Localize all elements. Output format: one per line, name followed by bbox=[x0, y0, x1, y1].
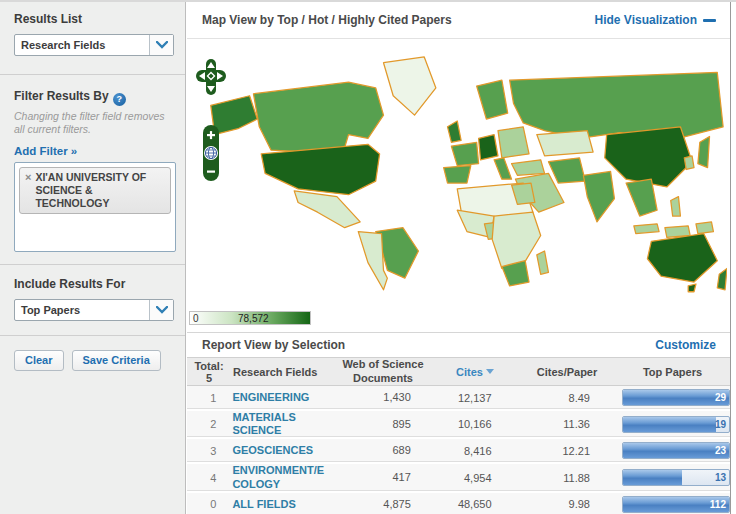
main-panel: Map View by Top / Hot / Highly Cited Pap… bbox=[187, 2, 731, 514]
sort-desc-icon bbox=[486, 369, 494, 374]
zoom-out-icon bbox=[207, 171, 215, 173]
sidebar: Results List Research Fields Filter Resu… bbox=[0, 2, 186, 514]
top-papers-value: 112 bbox=[710, 499, 726, 510]
row-rank: 1 bbox=[187, 392, 230, 404]
field-link[interactable]: MATERIALS SCIENCE bbox=[232, 411, 295, 436]
docs-value: 895 bbox=[332, 418, 426, 431]
map-area: 0 78,572 bbox=[187, 39, 730, 332]
row-rank: 0 bbox=[187, 498, 230, 510]
filter-tag-label: XI'AN UNIVERSITY OF SCIENCE & TECHNOLOGY bbox=[35, 171, 165, 210]
docs-value: 1,430 bbox=[332, 391, 426, 404]
results-table: Total: 5 Research Fields Web of Science … bbox=[187, 357, 730, 514]
top-papers-value: 13 bbox=[715, 472, 726, 483]
docs-value: 417 bbox=[332, 471, 426, 484]
cites-per-paper-value: 12.21 bbox=[514, 445, 608, 457]
cites-value: 10,166 bbox=[427, 418, 514, 430]
add-filter-link[interactable]: Add Filter » bbox=[14, 145, 173, 157]
minus-icon bbox=[703, 19, 716, 22]
hide-visualization-link[interactable]: Hide Visualization bbox=[595, 13, 716, 27]
top-papers-bar: 29 bbox=[622, 389, 730, 406]
cites-header-label: Cites bbox=[456, 366, 483, 378]
row-rank: 4 bbox=[187, 472, 230, 484]
docs-value: 4,875 bbox=[332, 498, 426, 511]
map-legend: 0 78,572 bbox=[189, 311, 311, 325]
filter-heading: Filter Results By? bbox=[14, 89, 173, 106]
top-papers-value: 29 bbox=[715, 392, 726, 403]
row-rank: 2 bbox=[187, 418, 230, 430]
table-row: 2 MATERIALS SCIENCE 895 10,166 11.36 19 bbox=[187, 411, 730, 439]
cites-per-paper-value: 11.36 bbox=[514, 418, 608, 430]
table-row: 0 ALL FIELDS 4,875 48,650 9.98 112 bbox=[187, 493, 730, 514]
esi-window: Results List Research Fields Filter Resu… bbox=[0, 0, 736, 514]
field-link[interactable]: GEOSCIENCES bbox=[232, 444, 313, 456]
table-row: 1 ENGINEERING 1,430 12,137 8.49 29 bbox=[187, 386, 730, 411]
top-papers-bar: 13 bbox=[622, 469, 730, 486]
results-list-select[interactable]: Research Fields bbox=[14, 34, 174, 56]
active-filters-box: × XI'AN UNIVERSITY OF SCIENCE & TECHNOLO… bbox=[14, 162, 176, 252]
results-list-label: Results List bbox=[14, 12, 173, 26]
hide-visualization-label: Hide Visualization bbox=[595, 13, 697, 27]
include-results-section: Include Results For Top Papers bbox=[0, 265, 185, 333]
field-link[interactable]: ALL FIELDS bbox=[232, 498, 295, 510]
chevron-down-icon[interactable] bbox=[149, 300, 173, 320]
customize-link[interactable]: Customize bbox=[655, 338, 716, 352]
top-papers-bar: 23 bbox=[622, 442, 730, 459]
filter-heading-text: Filter Results By bbox=[14, 89, 109, 103]
map-zoom-control[interactable] bbox=[203, 125, 219, 181]
total-header: Total: 5 bbox=[187, 360, 231, 384]
table-row: 4 ENVIRONMENT/E COLOGY 417 4,954 11.88 1… bbox=[187, 464, 730, 492]
field-link[interactable]: ENVIRONMENT/E COLOGY bbox=[232, 464, 324, 489]
report-header: Report View by Selection Customize bbox=[187, 333, 730, 357]
map-panel-header: Map View by Top / Hot / Highly Cited Pap… bbox=[187, 2, 730, 39]
chevron-down-icon[interactable] bbox=[149, 35, 173, 55]
report-view-title: Report View by Selection bbox=[202, 338, 345, 352]
help-icon[interactable]: ? bbox=[113, 93, 126, 106]
map-controls bbox=[196, 59, 226, 95]
cites-value: 4,954 bbox=[427, 472, 514, 484]
results-list-selected-value: Research Fields bbox=[15, 39, 105, 51]
top-papers-bar: 112 bbox=[622, 496, 730, 513]
research-fields-header[interactable]: Research Fields bbox=[231, 366, 335, 378]
save-criteria-button[interactable]: Save Criteria bbox=[72, 350, 161, 371]
clear-button[interactable]: Clear bbox=[14, 350, 64, 371]
results-list-section: Results List Research Fields bbox=[0, 2, 185, 68]
docs-value: 689 bbox=[332, 444, 426, 457]
world-map[interactable] bbox=[203, 43, 727, 295]
wos-documents-header[interactable]: Web of Science Documents bbox=[335, 358, 431, 384]
include-results-selected-value: Top Papers bbox=[15, 304, 80, 316]
cites-value: 12,137 bbox=[427, 392, 514, 404]
legend-max-value: 78,572 bbox=[238, 313, 269, 324]
remove-filter-icon[interactable]: × bbox=[25, 171, 31, 184]
sidebar-actions: Clear Save Criteria bbox=[0, 336, 185, 371]
top-papers-bar: 19 bbox=[622, 416, 730, 433]
legend-min-value: 0 bbox=[193, 313, 199, 324]
cites-header[interactable]: Cites bbox=[431, 366, 519, 378]
filter-section: Filter Results By? Changing the filter f… bbox=[0, 75, 185, 264]
table-header-row: Total: 5 Research Fields Web of Science … bbox=[187, 357, 730, 386]
total-label: Total: bbox=[187, 360, 231, 372]
map-pan-control[interactable] bbox=[196, 59, 226, 95]
top-papers-value: 23 bbox=[715, 445, 726, 456]
cites-value: 8,416 bbox=[427, 445, 514, 457]
row-rank: 3 bbox=[187, 445, 230, 457]
filter-tag[interactable]: × XI'AN UNIVERSITY OF SCIENCE & TECHNOLO… bbox=[19, 167, 171, 214]
cites-per-paper-value: 11.88 bbox=[514, 472, 608, 484]
include-results-label: Include Results For bbox=[14, 277, 173, 291]
globe-icon bbox=[204, 146, 218, 160]
cites-per-paper-value: 8.49 bbox=[514, 392, 608, 404]
filter-note: Changing the filter field removes all cu… bbox=[14, 110, 173, 137]
total-count: 5 bbox=[187, 372, 231, 384]
include-results-select[interactable]: Top Papers bbox=[14, 299, 174, 321]
cites-per-paper-value: 9.98 bbox=[514, 498, 608, 510]
map-view-title: Map View by Top / Hot / Highly Cited Pap… bbox=[202, 13, 452, 27]
cites-per-paper-header[interactable]: Cites/Paper bbox=[519, 366, 615, 378]
cites-value: 48,650 bbox=[427, 498, 514, 510]
top-papers-header[interactable]: Top Papers bbox=[615, 366, 730, 378]
top-papers-value: 19 bbox=[715, 419, 726, 430]
field-link[interactable]: ENGINEERING bbox=[232, 391, 309, 403]
table-row: 3 GEOSCIENCES 689 8,416 12.21 23 bbox=[187, 439, 730, 464]
